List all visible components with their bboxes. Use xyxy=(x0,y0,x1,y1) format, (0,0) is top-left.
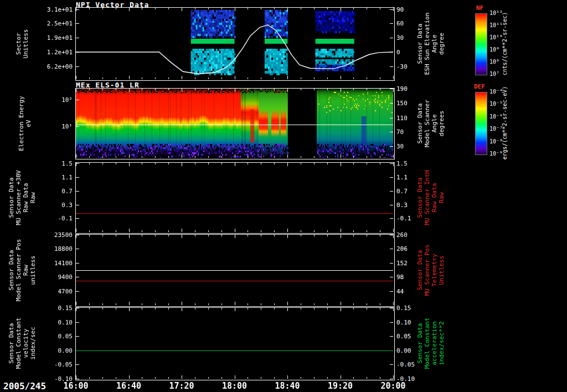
x-tick-mark xyxy=(287,163,288,166)
y-tick-mark xyxy=(76,66,79,67)
colorbar-tick-label: 10⁻⁷ xyxy=(489,126,503,132)
x-tick-mark xyxy=(301,235,301,236)
x-tick-mark xyxy=(367,8,367,9)
y-tick-label-right: 0.15 xyxy=(396,305,422,311)
x-tick-mark xyxy=(367,235,367,236)
x-tick-mark xyxy=(155,89,156,90)
x-tick-mark xyxy=(168,308,169,310)
x-tick-mark xyxy=(367,308,367,310)
x-tick-mark xyxy=(327,89,328,90)
x-tick-mark xyxy=(327,78,328,79)
x-tick-mark xyxy=(89,156,90,158)
x-tick-mark xyxy=(102,235,103,236)
x-tick-mark xyxy=(327,156,328,158)
x-tick-mark xyxy=(182,235,182,238)
panel-right-axis-label: Sensor Data MU Scanner Pos Telemetry Uni… xyxy=(416,244,445,296)
x-tick-mark xyxy=(208,308,209,310)
y-tick-label-left: 3.1e+01 xyxy=(36,6,73,12)
x-tick-mark xyxy=(102,308,103,310)
panel-left-axis-label: Sector Unitless xyxy=(15,29,29,58)
x-tick-mark xyxy=(314,377,315,379)
x-tick-mark xyxy=(301,308,301,310)
x-tick-mark xyxy=(195,377,195,379)
x-tick-mark xyxy=(116,156,116,158)
x-tick-mark xyxy=(89,377,90,379)
y-tick-label-right: 1.5 xyxy=(396,161,422,167)
x-tick-mark xyxy=(168,235,169,236)
x-tick-mark xyxy=(301,303,301,305)
colorbar-tick-label: 10⁻⁹ xyxy=(489,151,503,157)
y-tick-label-right: 260 xyxy=(396,232,422,238)
y-tick-label-left: 0.00 xyxy=(36,347,73,353)
y-tick-label-left: -0.05 xyxy=(36,362,73,368)
panel-right-axis-label: Sensor Data MU Scanner IntH Raw Data Raw xyxy=(416,170,445,225)
x-tick-mark xyxy=(314,89,315,90)
x-tick-mark xyxy=(274,163,275,164)
x-tick-mark xyxy=(89,230,90,232)
x-tick-mark xyxy=(274,78,275,79)
x-tick-mark xyxy=(314,156,315,158)
colorbar-tick-label: 10⁸ xyxy=(489,59,499,65)
x-tick-mark xyxy=(287,154,288,158)
y-tick-mark xyxy=(76,205,79,205)
x-tick-mark xyxy=(76,308,76,311)
x-tick-mark xyxy=(129,154,130,158)
x-tick-mark xyxy=(235,375,235,379)
x-tick-mark xyxy=(301,230,301,232)
x-tick-mark xyxy=(301,163,301,164)
x-tick-mark xyxy=(235,154,235,158)
x-tick-mark xyxy=(195,308,195,310)
panel-right-axis-label: Sensor Data ESH Sun Elevation Angle degr… xyxy=(416,12,445,75)
colorbar-tick-label: 10⁹ xyxy=(489,47,499,53)
x-tick-mark xyxy=(287,308,288,311)
x-tick-mark xyxy=(129,302,130,305)
x-tick-mark xyxy=(129,89,130,92)
x-tick-mark xyxy=(168,78,169,79)
y-tick-mark xyxy=(390,205,393,205)
x-tick-mark xyxy=(393,235,394,238)
x-tick-mark xyxy=(327,303,328,305)
x-tick-mark xyxy=(341,76,341,79)
x-tick-mark xyxy=(129,235,130,238)
x-tick-mark xyxy=(116,163,116,164)
x-tick-mark xyxy=(76,235,76,238)
x-tick-mark xyxy=(129,375,130,379)
x-tick-mark xyxy=(380,377,380,379)
y-tick-mark xyxy=(390,177,393,178)
y-tick-mark xyxy=(76,23,79,24)
x-tick-mark xyxy=(221,303,222,305)
x-tick-mark xyxy=(168,230,169,232)
y-tick-mark xyxy=(390,52,393,53)
x-tick-mark xyxy=(353,163,354,164)
x-tick-mark xyxy=(274,8,275,9)
x-tick-mark xyxy=(353,235,354,236)
x-tick-mark xyxy=(116,308,116,310)
y-tick-mark xyxy=(390,379,393,379)
x-tick-mark xyxy=(393,89,394,92)
x-tick-mark xyxy=(235,235,235,238)
y-tick-label-left: 1.1 xyxy=(36,174,73,180)
x-tick-mark xyxy=(261,377,261,379)
y-tick-label-left: -0.1 xyxy=(36,215,73,221)
x-tick-mark xyxy=(327,377,328,379)
x-tick-mark xyxy=(261,89,261,90)
x-tick-mark xyxy=(287,229,288,232)
x-tick-mark xyxy=(353,78,354,79)
x-tick-mark xyxy=(353,89,354,90)
x-tick-mark xyxy=(76,154,76,158)
x-tick-mark xyxy=(301,8,301,9)
x-tick-mark xyxy=(287,8,288,11)
x-tick-mark xyxy=(261,156,261,158)
y-tick-mark xyxy=(76,249,79,249)
colorbar-tick-label: 10¹¹ xyxy=(489,23,503,28)
panel-model-constant xyxy=(75,307,395,380)
x-tick-mark xyxy=(248,89,248,90)
y-tick-label-left: 0.05 xyxy=(36,333,73,339)
x-tick-mark xyxy=(301,156,301,158)
y-tick-mark xyxy=(390,23,393,24)
x-tick-mark xyxy=(102,78,103,79)
x-tick-mark xyxy=(353,308,354,310)
x-tick-mark xyxy=(235,8,235,11)
x-tick-mark xyxy=(287,89,288,92)
y-tick-label-left: 23500 xyxy=(36,232,73,238)
